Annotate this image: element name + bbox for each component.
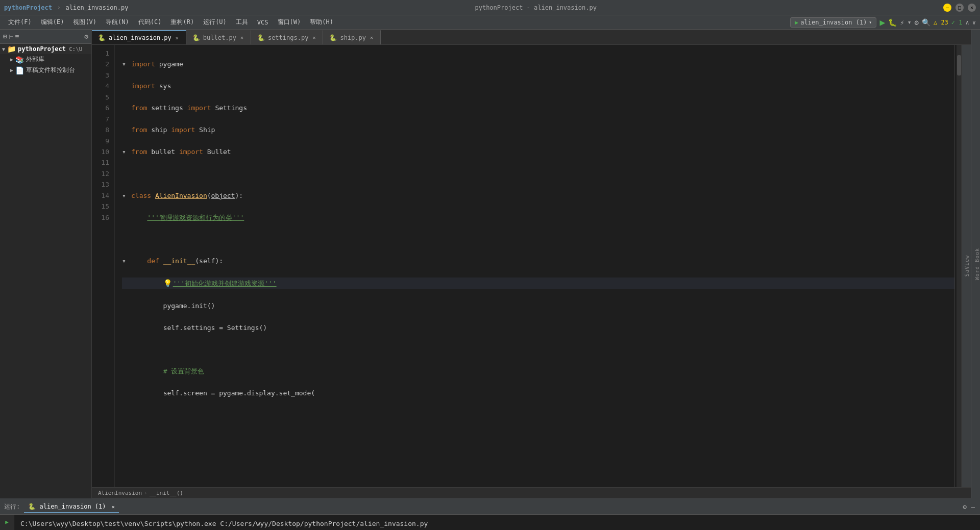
tab-icon-ship: 🐍 <box>329 34 337 41</box>
title-bar-buttons: — □ ✕ <box>943 4 976 12</box>
code-line-15: # 设置背景色 <box>122 366 954 376</box>
run-config-dropdown[interactable]: ▶ alien_invasion (1) ▾ <box>790 17 876 28</box>
collapse-icon[interactable]: ∨ <box>972 19 976 26</box>
sidebar-toolbar: ⊞ ⊢ ≡ ⚙ <box>0 30 91 44</box>
title-bar-left: pythonProject › alien_invasion.py <box>4 4 128 11</box>
menu-refactor[interactable]: 重构(R) <box>166 16 198 28</box>
sidebar-nav-icon[interactable]: ⊢ <box>9 33 13 40</box>
close-button[interactable]: ✕ <box>968 4 976 12</box>
title-center: pythonProject - alien_invasion.py <box>475 4 596 11</box>
code-line-10: ▾ def __init__(self): <box>122 256 954 266</box>
code-line-5: ▾from bullet import Bullet <box>122 146 954 157</box>
project-name[interactable]: pythonProject <box>4 4 52 11</box>
code-line-9 <box>122 234 954 244</box>
word-book-panel: Word Book <box>971 30 980 498</box>
code-line-2: import sys <box>122 81 954 91</box>
sidebar: ⊞ ⊢ ≡ ⚙ ▼ 📁 pythonProject C:\U ▶ 📚 外部库 ▶… <box>0 30 92 498</box>
code-line-3: from settings import Settings <box>122 103 954 113</box>
code-line-11: 💡'''初始化游戏并创建游戏资源''' <box>122 277 954 289</box>
settings-icon[interactable]: ⚙ <box>915 18 919 27</box>
right-sidebar-saveview[interactable]: SaView <box>962 45 971 487</box>
editor-area: 🐍 alien_invasion.py ✕ 🐍 bullet.py ✕ 🐍 se… <box>92 30 971 498</box>
project-root[interactable]: ▼ 📁 pythonProject C:\U <box>0 44 91 54</box>
code-line-14 <box>122 344 954 355</box>
run-buttons: ▶ ↑ ↓ ■ ≡ 📌 🗑 ⭐ <box>0 515 14 530</box>
expand-icon[interactable]: ∧ <box>966 19 969 26</box>
run-tab-close[interactable]: ✕ <box>112 504 115 510</box>
run-button[interactable]: ▶ <box>879 17 885 28</box>
tab-alien-invasion[interactable]: 🐍 alien_invasion.py ✕ <box>92 30 186 44</box>
tab-icon-bullet: 🐍 <box>192 34 200 41</box>
code-line-7: ▾class AlienInvasion(object): <box>122 190 954 201</box>
output-line-1: C:\Users\wyy\Desktop\test\venv\Scripts\p… <box>20 519 974 529</box>
sidebar-scratch-files[interactable]: ▶ 📄 草稿文件和控制台 <box>0 65 91 75</box>
scroll-up-button[interactable]: ↑ <box>2 528 12 530</box>
coverage-button[interactable]: ⚡ <box>900 18 904 27</box>
breadcrumb-class[interactable]: AlienInvasion <box>98 490 142 496</box>
word-book-label[interactable]: Word Book <box>974 248 980 280</box>
menu-file[interactable]: 文件(F) <box>4 16 36 28</box>
tab-close-ship[interactable]: ✕ <box>369 34 374 41</box>
menu-navigate[interactable]: 导航(N) <box>102 16 133 28</box>
run-panel-settings[interactable]: ⚙ <box>963 503 967 511</box>
menu-bar: 文件(F) 编辑(E) 视图(V) 导航(N) 代码(C) 重构(R) 运行(U… <box>0 15 980 30</box>
tab-close-settings[interactable]: ✕ <box>311 34 316 41</box>
sidebar-expand-icon[interactable]: ⊞ <box>3 33 7 40</box>
maximize-button[interactable]: □ <box>955 4 964 12</box>
menu-vcs[interactable]: VCS <box>253 17 273 28</box>
title-bar: pythonProject › alien_invasion.py python… <box>0 0 980 15</box>
run-output: C:\Users\wyy\Desktop\test\venv\Scripts\p… <box>14 515 980 530</box>
minimap[interactable] <box>954 45 962 487</box>
warnings-count[interactable]: △ 23 <box>934 19 948 26</box>
main-layout: ⊞ ⊢ ≡ ⚙ ▼ 📁 pythonProject C:\U ▶ 📚 外部库 ▶… <box>0 30 980 498</box>
top-right-actions: ▶ alien_invasion (1) ▾ ▶ 🐛 ⚡ ▾ ⚙ 🔍 △ 23 … <box>790 17 976 28</box>
debug-button[interactable]: 🐛 <box>888 18 897 27</box>
code-line-12: pygame.init() <box>122 300 954 311</box>
more-button[interactable]: ▾ <box>908 18 912 26</box>
menu-run[interactable]: 运行(U) <box>199 16 231 28</box>
tab-ship[interactable]: 🐍 ship.py ✕ <box>323 30 381 44</box>
sidebar-external-libs[interactable]: ▶ 📚 外部库 <box>0 54 91 65</box>
file-name: alien_invasion.py <box>66 4 129 11</box>
code-line-1: ▾import pygame <box>122 59 954 69</box>
code-line-16: self.screen = pygame.display.set_mode( <box>122 388 954 398</box>
breadcrumb: AlienInvasion › __init__() <box>92 487 971 498</box>
menu-window[interactable]: 窗口(W) <box>274 16 305 28</box>
code-editor[interactable]: 1 2 3 4 5 6 7 8 9 10 11 12 13 14 15 16 ▾… <box>92 45 971 487</box>
rerun-button[interactable]: ▶ <box>2 517 12 527</box>
tab-bullet[interactable]: 🐍 bullet.py ✕ <box>186 30 251 44</box>
code-line-13: self.settings = Settings() <box>122 322 954 333</box>
menu-view[interactable]: 视图(V) <box>69 16 101 28</box>
line-numbers: 1 2 3 4 5 6 7 8 9 10 11 12 13 14 15 16 <box>92 45 115 487</box>
code-line-6 <box>122 168 954 179</box>
run-panel-content: ▶ ↑ ↓ ■ ≡ 📌 🗑 ⭐ C:\Users\wyy\Desktop\tes… <box>0 515 980 530</box>
run-panel-controls: ⚙ — <box>963 503 975 511</box>
sidebar-collapse-icon[interactable]: ≡ <box>15 33 19 40</box>
code-line-4: from ship import Ship <box>122 124 954 135</box>
minimize-button[interactable]: — <box>943 4 951 12</box>
code-line-8: '''管理游戏资源和行为的类''' <box>122 212 954 223</box>
run-panel-minimize[interactable]: — <box>971 503 975 511</box>
code-content[interactable]: ▾import pygame import sys from settings … <box>115 45 954 487</box>
run-panel-header: 运行: 🐍 alien_invasion (1) ✕ ⚙ — <box>0 499 980 515</box>
sidebar-settings-icon[interactable]: ⚙ <box>84 33 88 40</box>
run-panel-title: 运行: <box>4 502 20 511</box>
run-panel: 运行: 🐍 alien_invasion (1) ✕ ⚙ — ▶ ↑ ↓ ■ ≡… <box>0 498 980 530</box>
editor-tabs: 🐍 alien_invasion.py ✕ 🐍 bullet.py ✕ 🐍 se… <box>92 30 971 45</box>
saveview-label: SaView <box>964 255 970 276</box>
errors-count[interactable]: ✓ 1 <box>951 19 963 26</box>
search-icon[interactable]: 🔍 <box>922 18 930 27</box>
tab-icon-settings: 🐍 <box>257 34 265 41</box>
tab-settings[interactable]: 🐍 settings.py ✕ <box>251 30 324 44</box>
run-panel-tab[interactable]: 🐍 alien_invasion (1) ✕ <box>24 501 119 513</box>
breadcrumb-method[interactable]: __init__() <box>150 490 183 496</box>
tab-close-alien-invasion[interactable]: ✕ <box>175 35 180 41</box>
menu-tools[interactable]: 工具 <box>232 16 252 28</box>
menu-help[interactable]: 帮助(H) <box>306 16 337 28</box>
menu-edit[interactable]: 编辑(E) <box>37 16 68 28</box>
tab-icon-alien-invasion: 🐍 <box>98 34 106 41</box>
menu-code[interactable]: 代码(C) <box>134 16 166 28</box>
tab-close-bullet[interactable]: ✕ <box>239 34 244 41</box>
